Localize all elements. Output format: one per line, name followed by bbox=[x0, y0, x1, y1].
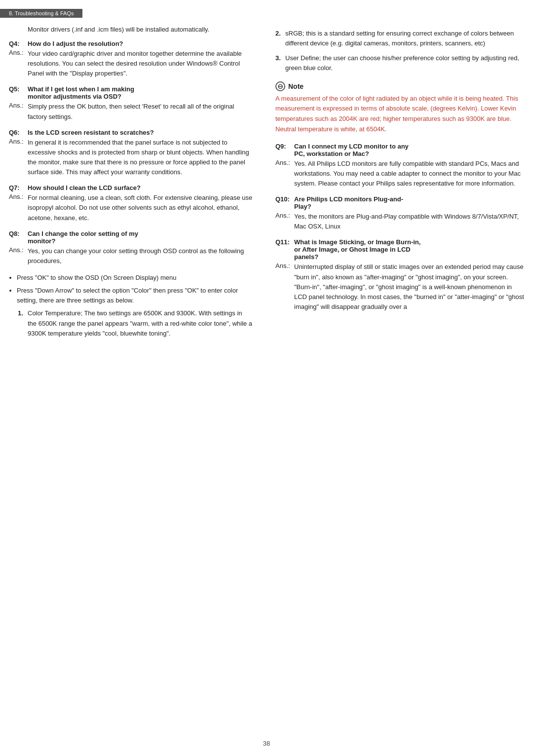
q5-label: Q5: bbox=[9, 85, 28, 100]
q6-text: Is the LCD screen resistant to scratches… bbox=[28, 129, 154, 136]
note-icon: ⊖ bbox=[275, 81, 285, 91]
q11-text: What is Image Sticking, or Image Burn-in… bbox=[294, 238, 420, 261]
q5-ans-label: Ans.: bbox=[9, 102, 28, 121]
sub-item-1: 1. Color Temperature; The two settings a… bbox=[18, 308, 253, 338]
q4-ans-label: Ans.: bbox=[9, 49, 28, 78]
q6-block: Q6: Is the LCD screen resistant to scrat… bbox=[9, 129, 253, 178]
q8-block: Q8: Can I change the color setting of my… bbox=[9, 230, 253, 266]
q10-ans-text: Yes, the monitors are Plug-and-Play comp… bbox=[294, 212, 524, 231]
q8-text: Can I change the color setting of mymoni… bbox=[28, 230, 138, 245]
q8-ans-label: Ans.: bbox=[9, 246, 28, 266]
q6-ans-text: In general it is recommended that the pa… bbox=[28, 138, 253, 178]
color-items-continued: 2. sRGB; this is a standard setting for … bbox=[275, 29, 524, 74]
bullet-item-1: Press "OK" to show the OSD (On Screen Di… bbox=[17, 273, 253, 283]
q5-text: What if I get lost when I am makingmonit… bbox=[28, 85, 134, 100]
q7-ans-label: Ans.: bbox=[9, 193, 28, 223]
note-text: A measurement of the color of light radi… bbox=[275, 94, 524, 135]
q8-ans-text: Yes, you can change your color setting t… bbox=[28, 246, 253, 266]
q5-ans-text: Simply press the OK button, then select … bbox=[28, 102, 253, 121]
q11-label: Q11: bbox=[275, 238, 294, 261]
bullet-item-2: Press "Down Arrow" to select the option … bbox=[17, 286, 253, 305]
q6-ans-label: Ans.: bbox=[9, 138, 28, 178]
q7-ans-text: For normal cleaning, use a clean, soft c… bbox=[28, 193, 253, 223]
page-number: 38 bbox=[0, 740, 533, 747]
q6-label: Q6: bbox=[9, 129, 28, 136]
q7-label: Q7: bbox=[9, 184, 28, 191]
q11-ans-text: Uninterrupted display of still or static… bbox=[294, 262, 524, 312]
q9-text: Can I connect my LCD monitor to anyPC, w… bbox=[294, 143, 409, 157]
q4-block: Q4: How do I adjust the resolution? Ans.… bbox=[9, 40, 253, 78]
sub-item-2: 2. sRGB; this is a standard setting for … bbox=[275, 29, 524, 48]
note-box: ⊖ Note A measurement of the color of lig… bbox=[275, 81, 524, 135]
intro-text: Monitor drivers (.inf and .icm files) wi… bbox=[9, 26, 253, 33]
q9-label: Q9: bbox=[275, 143, 294, 157]
q11-ans-label: Ans.: bbox=[275, 262, 294, 312]
right-column: 2. sRGB; this is a standard setting for … bbox=[266, 26, 524, 343]
left-column: Monitor drivers (.inf and .icm files) wi… bbox=[9, 26, 266, 343]
sub-item-3: 3. User Define; the user can choose his/… bbox=[275, 53, 524, 73]
q9-ans-text: Yes. All Philips LCD monitors are fully … bbox=[294, 159, 524, 189]
q4-text: How do I adjust the resolution? bbox=[28, 40, 123, 47]
section-header: 8. Troubleshooting & FAQs bbox=[0, 9, 533, 26]
q10-label: Q10: bbox=[275, 195, 294, 210]
q11-block: Q11: What is Image Sticking, or Image Bu… bbox=[275, 238, 524, 312]
q4-ans-text: Your video card/graphic driver and monit… bbox=[28, 49, 253, 78]
q7-block: Q7: How should I clean the LCD surface? … bbox=[9, 184, 253, 223]
q7-text: How should I clean the LCD surface? bbox=[28, 184, 141, 191]
q10-text: Are Philips LCD monitors Plug-and-Play? bbox=[294, 195, 403, 210]
note-title: ⊖ Note bbox=[275, 81, 524, 91]
q9-block: Q9: Can I connect my LCD monitor to anyP… bbox=[275, 143, 524, 189]
osd-bullet-list: Press "OK" to show the OSD (On Screen Di… bbox=[17, 273, 253, 305]
q4-label: Q4: bbox=[9, 40, 28, 47]
q8-label: Q8: bbox=[9, 230, 28, 245]
q5-block: Q5: What if I get lost when I am makingm… bbox=[9, 85, 253, 121]
q10-ans-label: Ans.: bbox=[275, 212, 294, 231]
q10-block: Q10: Are Philips LCD monitors Plug-and-P… bbox=[275, 195, 524, 231]
color-temp-item: 1. Color Temperature; The two settings a… bbox=[9, 308, 253, 338]
q9-ans-label: Ans.: bbox=[275, 159, 294, 189]
